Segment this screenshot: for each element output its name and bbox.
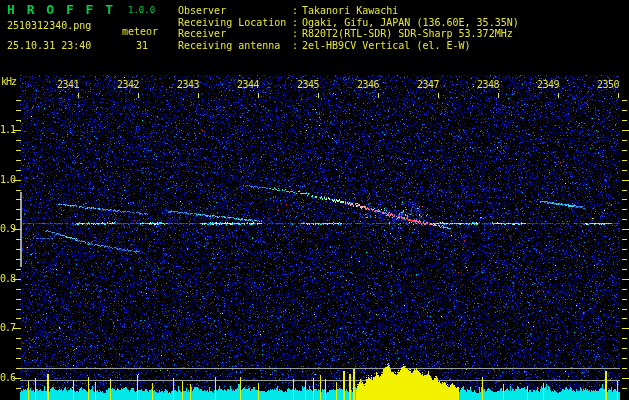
freq-tick-label: 1.0: [0, 174, 15, 185]
info-label: Observer: [178, 5, 292, 17]
time-tick-label: 2346: [352, 79, 379, 90]
station-info: Observer:Takanori KawachiReceiving Locat…: [178, 5, 519, 51]
freq-tick-label: 0.7: [0, 322, 15, 333]
output-filename: 2510312340.png: [7, 20, 91, 31]
time-tick-label: 2350: [592, 79, 619, 90]
time-tick-label: 2342: [112, 79, 139, 90]
info-separator: :: [292, 5, 302, 17]
freq-tick-label: 0.9: [0, 223, 15, 234]
info-value: Takanori Kawachi: [302, 5, 398, 16]
app-title: H R O F F T: [7, 2, 115, 17]
mode-label: meteor: [122, 26, 158, 37]
timestamp: 25.10.31 23:40: [7, 40, 91, 51]
event-count: 31: [136, 40, 148, 51]
info-separator: :: [292, 40, 302, 52]
info-row: Receiving antenna:2el-HB9CV Vertical (el…: [178, 40, 519, 52]
info-row: Receiver:R820T2(RTL-SDR) SDR-Sharp 53.37…: [178, 28, 519, 40]
info-label: Receiving antenna: [178, 40, 292, 52]
info-value: R820T2(RTL-SDR) SDR-Sharp 53.372MHz: [302, 28, 513, 39]
freq-axis-unit-label: kHz: [1, 76, 16, 87]
info-separator: :: [292, 28, 302, 40]
time-tick-label: 2343: [172, 79, 199, 90]
freq-tick-label: 1.1: [0, 124, 15, 135]
info-row: Receiving Location:Ogaki, Gifu, JAPAN (1…: [178, 17, 519, 29]
info-value: 2el-HB9CV Vertical (el. E-W): [302, 40, 471, 51]
spectrogram-canvas: [0, 0, 629, 400]
time-tick-label: 2344: [232, 79, 259, 90]
info-value: Ogaki, Gifu, JAPAN (136.60E, 35.35N): [302, 17, 519, 28]
info-row: Observer:Takanori Kawachi: [178, 5, 519, 17]
time-tick-label: 2345: [292, 79, 319, 90]
freq-tick-label: 0.6: [0, 372, 15, 383]
info-label: Receiver: [178, 28, 292, 40]
info-separator: :: [292, 17, 302, 29]
app-version: 1.0.0: [128, 5, 155, 15]
time-tick-label: 2349: [532, 79, 559, 90]
time-tick-label: 2348: [472, 79, 499, 90]
freq-tick-label: 0.8: [0, 273, 15, 284]
info-label: Receiving Location: [178, 17, 292, 29]
hrofft-window: H R O F F T 1.0.0 2510312340.png meteor …: [0, 0, 629, 400]
time-tick-label: 2347: [412, 79, 439, 90]
time-tick-label: 2341: [52, 79, 79, 90]
